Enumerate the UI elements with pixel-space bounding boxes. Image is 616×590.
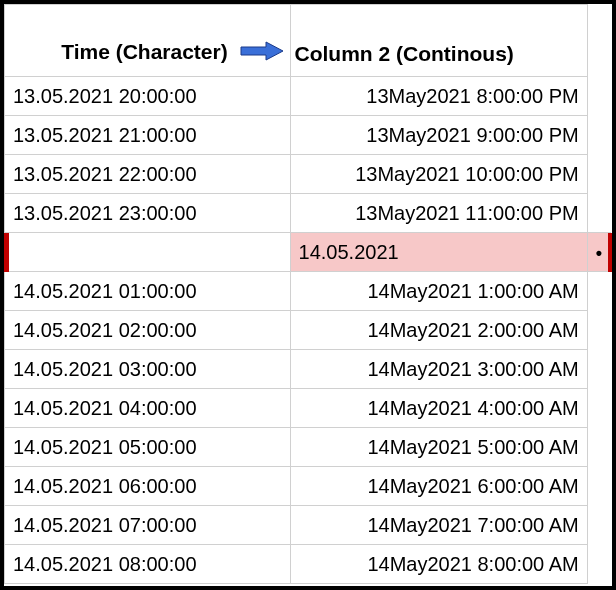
table-row[interactable]: 14.05.2021 06:00:0014May2021 6:00:00 AM [5, 467, 612, 506]
cell-value: 14.05.2021 01:00:00 [13, 280, 197, 302]
cell-value: 14May2021 1:00:00 AM [367, 280, 578, 302]
cell-time-character[interactable]: 14.05.2021 06:00:00 [5, 467, 291, 506]
table-row[interactable]: 13.05.2021 22:00:0013May2021 10:00:00 PM [5, 155, 612, 194]
cell-time-character[interactable]: 14.05.2021 05:00:00 [5, 428, 291, 467]
cell-value: 14May2021 4:00:00 AM [367, 397, 578, 419]
cell-value: 14.05.2021 05:00:00 [13, 436, 197, 458]
cell-column2-continuous[interactable]: 13May2021 10:00:00 PM [290, 155, 587, 194]
cell-time-character[interactable]: 13.05.2021 22:00:00 [5, 155, 291, 194]
cell-time-character[interactable]: 14.05.2021 02:00:00 [5, 311, 291, 350]
cell-value: 14.05.2021 [299, 241, 399, 263]
cell-column2-continuous[interactable]: 14May2021 6:00:00 AM [290, 467, 587, 506]
cell-value: 13.05.2021 20:00:00 [13, 85, 197, 107]
cell-column2-continuous[interactable]: 13May2021 11:00:00 PM [290, 194, 587, 233]
table-row[interactable]: 14.05.2021 08:00:0014May2021 8:00:00 AM [5, 545, 612, 584]
cell-value: 14May2021 7:00:00 AM [367, 514, 578, 536]
cell-time-character[interactable]: 14.05.2021 08:00:00 [5, 545, 291, 584]
table-row[interactable]: 13.05.2021 23:00:0013May2021 11:00:00 PM [5, 194, 612, 233]
cell-value: 13May2021 10:00:00 PM [355, 163, 579, 185]
cell-time-character[interactable]: 13.05.2021 20:00:00 [5, 77, 291, 116]
cell-time-character[interactable]: 13.05.2021 21:00:00 [5, 116, 291, 155]
data-table: Time (Character) Column 2 (Continous) 13… [4, 4, 612, 584]
cell-value: 14May2021 2:00:00 AM [367, 319, 578, 341]
table-row[interactable]: 14.05.2021 07:00:0014May2021 7:00:00 AM [5, 506, 612, 545]
cell-value: 14.05.2021 06:00:00 [13, 475, 197, 497]
cell-value: 13May2021 9:00:00 PM [366, 124, 578, 146]
cell-time-character[interactable]: 13.05.2021 23:00:00 [5, 194, 291, 233]
table-row[interactable]: 14.05.2021 01:00:0014May2021 1:00:00 AM [5, 272, 612, 311]
cell-column2-continuous[interactable]: 14May2021 3:00:00 AM [290, 350, 587, 389]
header-label-col1: Time (Character) [61, 40, 228, 63]
cell-value: 14.05.2021 02:00:00 [13, 319, 197, 341]
cell-column2-continuous[interactable]: • [587, 233, 610, 272]
header-label-col2: Column 2 (Continous) [295, 42, 514, 65]
header-col1[interactable]: Time (Character) [5, 5, 291, 77]
cell-value: 14May2021 5:00:00 AM [367, 436, 578, 458]
cell-value: 14.05.2021 03:00:00 [13, 358, 197, 380]
cell-value: 14.05.2021 08:00:00 [13, 553, 197, 575]
header-col2[interactable]: Column 2 (Continous) [290, 5, 587, 77]
cell-value: 13.05.2021 23:00:00 [13, 202, 197, 224]
cell-column2-continuous[interactable]: 14May2021 5:00:00 AM [290, 428, 587, 467]
cell-value: 13May2021 8:00:00 PM [366, 85, 578, 107]
cell-value: 13.05.2021 22:00:00 [13, 163, 197, 185]
cell-value: • [596, 243, 602, 263]
cell-column2-continuous[interactable]: 14May2021 4:00:00 AM [290, 389, 587, 428]
cell-value: 14May2021 3:00:00 AM [367, 358, 578, 380]
table-row[interactable]: 14.05.2021 04:00:0014May2021 4:00:00 AM [5, 389, 612, 428]
cell-column2-continuous[interactable]: 14May2021 8:00:00 AM [290, 545, 587, 584]
cell-time-character[interactable]: 14.05.2021 04:00:00 [5, 389, 291, 428]
cell-value: 14.05.2021 07:00:00 [13, 514, 197, 536]
table-row[interactable]: 13.05.2021 20:00:0013May2021 8:00:00 PM [5, 77, 612, 116]
cell-value: 14May2021 8:00:00 AM [367, 553, 578, 575]
table-row[interactable]: 14.05.2021 02:00:0014May2021 2:00:00 AM [5, 311, 612, 350]
cell-time-character[interactable]: 14.05.2021 [290, 233, 587, 272]
table-row[interactable]: 14.05.2021 03:00:0014May2021 3:00:00 AM [5, 350, 612, 389]
cell-value: 13.05.2021 21:00:00 [13, 124, 197, 146]
header-row: Time (Character) Column 2 (Continous) [5, 5, 612, 77]
cell-time-character[interactable]: 14.05.2021 07:00:00 [5, 506, 291, 545]
cell-column2-continuous[interactable]: 14May2021 7:00:00 AM [290, 506, 587, 545]
cell-column2-continuous[interactable]: 14May2021 1:00:00 AM [290, 272, 587, 311]
arrow-right-icon [240, 41, 284, 66]
cell-value: 13May2021 11:00:00 PM [355, 202, 579, 224]
cell-value: 14May2021 6:00:00 AM [367, 475, 578, 497]
cell-time-character[interactable]: 14.05.2021 01:00:00 [5, 272, 291, 311]
cell-column2-continuous[interactable]: 13May2021 9:00:00 PM [290, 116, 587, 155]
cell-column2-continuous[interactable]: 14May2021 2:00:00 AM [290, 311, 587, 350]
cell-time-character[interactable]: 14.05.2021 03:00:00 [5, 350, 291, 389]
table-row[interactable]: 14.05.2021• [5, 233, 612, 272]
cell-column2-continuous[interactable]: 13May2021 8:00:00 PM [290, 77, 587, 116]
cell-value: 14.05.2021 04:00:00 [13, 397, 197, 419]
table-row[interactable]: 14.05.2021 05:00:0014May2021 5:00:00 AM [5, 428, 612, 467]
table-row[interactable]: 13.05.2021 21:00:0013May2021 9:00:00 PM [5, 116, 612, 155]
